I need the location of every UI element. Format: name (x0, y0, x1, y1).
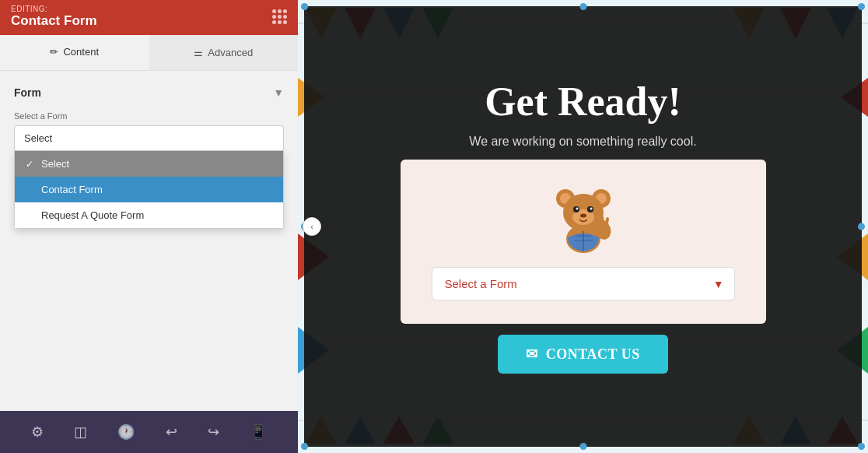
corner-dot-bm (579, 443, 586, 450)
svg-line-40 (597, 219, 599, 223)
preview-card: Get Ready! We are working on something r… (304, 6, 862, 447)
dropdown-item-quote[interactable]: Request A Quote Form (15, 202, 283, 228)
panel-content: Form ▼ Select a Form Select Contact Form… (0, 71, 298, 411)
svg-point-34 (580, 214, 586, 218)
dropdown-item-contact[interactable]: Contact Form (15, 177, 283, 202)
dropdown-overlay: ✓ Select Contact Form Request A Quote Fo… (14, 150, 284, 229)
left-panel: EDITING: Contact Form ✏ Content ⚌ Advanc… (0, 0, 298, 453)
form-section-header: Form ▼ (14, 86, 284, 99)
grid-icon[interactable] (272, 9, 287, 24)
preview-form-box: Select a Form ▼ (401, 160, 766, 324)
tab-content-label: Content (63, 46, 99, 58)
contact-us-button[interactable]: ✉ Contact Us (498, 335, 667, 374)
bear-mascot (548, 183, 618, 253)
section-title: Form (14, 86, 41, 99)
pencil-icon: ✏ (50, 46, 58, 58)
corner-dot-tr (858, 3, 865, 10)
editing-label: EDITING: (11, 5, 97, 13)
svg-point-33 (590, 208, 592, 210)
corner-dot-mr (858, 223, 865, 230)
corner-dot-br (858, 443, 865, 450)
tab-advanced[interactable]: ⚌ Advanced (149, 35, 299, 70)
envelope-icon: ✉ (526, 346, 538, 363)
editing-title: Contact Form (11, 13, 97, 29)
svg-point-32 (576, 208, 578, 210)
field-label: Select a Form (14, 111, 284, 121)
layers-icon[interactable]: ◫ (74, 423, 87, 441)
dropdown-option-quote: Request A Quote Form (41, 209, 144, 221)
tabs-bar: ✏ Content ⚌ Advanced (0, 35, 298, 71)
gear-icon[interactable]: ⚙ (31, 423, 44, 441)
sliders-icon: ⚌ (194, 47, 203, 58)
svg-line-42 (607, 219, 607, 223)
svg-line-41 (602, 217, 603, 222)
right-area: ‹ Get Ready! We are working on something… (298, 0, 868, 453)
dropdown-option-contact: Contact Form (41, 184, 103, 195)
select-wrapper: Select Contact Form Request A Quote Form… (14, 125, 284, 151)
preview-form-select[interactable]: Select a Form (432, 267, 735, 300)
form-select[interactable]: Select Contact Form Request A Quote Form (14, 125, 284, 151)
redo-icon[interactable]: ↪ (208, 423, 219, 441)
editing-header: EDITING: Contact Form (0, 0, 298, 35)
dropdown-option-select: Select (41, 158, 69, 170)
preview-select-wrapper: Select a Form ▼ (432, 267, 735, 300)
corner-dot-tm (579, 3, 586, 10)
tab-content[interactable]: ✏ Content (0, 35, 149, 70)
preview-title: Get Ready! (485, 79, 681, 124)
dropdown-item-select[interactable]: ✓ Select (15, 151, 283, 177)
preview-subtitle: We are working on something really cool. (469, 135, 696, 149)
chevron-down-icon[interactable]: ▼ (273, 86, 284, 99)
collapse-arrow[interactable]: ‹ (303, 217, 321, 236)
history-icon[interactable]: 🕐 (117, 423, 135, 441)
tab-advanced-label: Advanced (208, 47, 253, 58)
undo-icon[interactable]: ↩ (166, 423, 177, 441)
contact-btn-label: Contact Us (546, 346, 640, 363)
mobile-icon[interactable]: 📱 (250, 423, 267, 441)
corner-dot-tl (301, 3, 308, 10)
check-icon: ✓ (26, 159, 37, 170)
editing-info: EDITING: Contact Form (11, 5, 97, 29)
corner-dot-bl (301, 443, 308, 450)
bottom-bar: ⚙ ◫ 🕐 ↩ ↪ 📱 (0, 411, 298, 453)
